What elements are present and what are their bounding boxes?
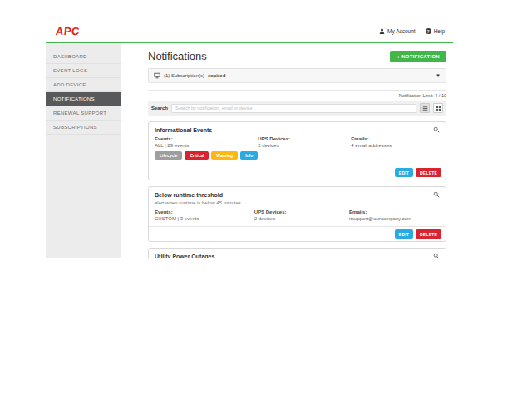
device-monitor-icon: [154, 72, 160, 79]
emails-value: itsupport@ourcompany.com: [349, 216, 440, 221]
devices-value: 2 devices: [258, 143, 351, 148]
card-header: Informational Events: [149, 122, 446, 135]
top-header: APC My Account ? Help: [46, 21, 453, 43]
app-body: DASHBOARD EVENT LOGS ADD DEVICE NOTIFICA…: [46, 43, 453, 258]
app-window: APC My Account ? Help DASHBOARD EVENT: [46, 21, 453, 259]
add-notification-button[interactable]: + NOTIFICATION: [390, 51, 446, 62]
delete-button[interactable]: DELETE: [416, 168, 441, 177]
search-magnifier-icon[interactable]: [433, 253, 440, 258]
apc-logo: APC: [55, 25, 81, 37]
card-title: Utility Power Outages: [155, 254, 214, 259]
chevron-down-icon[interactable]: ▼: [436, 73, 441, 78]
emails-label: Emails:: [351, 136, 440, 141]
sidebar-item-event-logs[interactable]: EVENT LOGS: [46, 64, 121, 78]
card-title: Below runtime threshold: [155, 192, 223, 198]
events-column: Events: ALL | 29 events Lifecycle Critic…: [155, 136, 258, 160]
devices-column: UPS Devices: 2 devices: [254, 209, 349, 221]
list-view-button[interactable]: [420, 103, 430, 113]
screenshot-canvas: APC My Account ? Help DASHBOARD EVENT: [0, 0, 532, 399]
card-header: Below runtime threshold: [149, 187, 446, 200]
events-value: ALL | 29 events: [155, 143, 258, 148]
severity-badges: Lifecycle Critical Warning Info: [155, 151, 258, 160]
devices-column: UPS Devices: 2 devices: [258, 136, 351, 160]
edit-button[interactable]: EDIT: [395, 229, 413, 239]
list-view-icon: [422, 106, 428, 111]
banner-text: (1) Subscription(s): [164, 73, 204, 78]
help-link[interactable]: ? Help: [426, 28, 445, 34]
card-header: Utility Power Outages: [149, 249, 446, 258]
notification-card-informational-events: Informational Events Events: ALL | 29 ev…: [148, 121, 446, 180]
delete-button[interactable]: DELETE: [416, 229, 441, 239]
events-value: CUSTOM | 3 events: [155, 216, 254, 221]
my-account-link[interactable]: My Account: [379, 28, 416, 34]
events-column: Events: CUSTOM | 3 events: [155, 209, 254, 221]
subscription-expired-banner[interactable]: (1) Subscription(s) expired ▼: [148, 68, 446, 83]
devices-label: UPS Devices:: [258, 136, 351, 141]
title-row: Notifications + NOTIFICATION: [148, 50, 446, 62]
help-icon: ?: [426, 28, 431, 34]
page-title: Notifications: [148, 50, 207, 62]
main-content: Notifications + NOTIFICATION (1) Subscri…: [121, 43, 453, 258]
banner-bold-word: expired: [208, 73, 225, 78]
emails-column: Emails: itsupport@ourcompany.com: [349, 209, 440, 221]
card-actions: EDIT DELETE: [149, 226, 446, 241]
search-magnifier-icon[interactable]: [433, 126, 440, 133]
sidebar-item-subscriptions[interactable]: SUBSCRIPTIONS: [46, 121, 121, 135]
emails-label: Emails:: [349, 209, 440, 214]
search-input[interactable]: [171, 104, 416, 113]
sidebar-item-add-device[interactable]: ADD DEVICE: [46, 78, 121, 92]
card-columns: Events: CUSTOM | 3 events UPS Devices: 2…: [149, 209, 446, 226]
badge-info: Info: [240, 151, 258, 160]
sidebar-item-renewal-support[interactable]: RENEWAL SUPPORT: [46, 106, 121, 121]
my-account-label: My Account: [387, 28, 416, 34]
events-label: Events:: [155, 209, 254, 214]
sidebar-nav: DASHBOARD EVENT LOGS ADD DEVICE NOTIFICA…: [46, 43, 121, 258]
search-label: Search: [151, 106, 168, 111]
grid-view-button[interactable]: [433, 103, 443, 113]
header-actions: My Account ? Help: [379, 28, 445, 34]
badge-warning: Warning: [211, 151, 238, 160]
events-label: Events:: [155, 136, 258, 141]
search-bar: Search: [148, 101, 446, 116]
sidebar-item-notifications[interactable]: NOTIFICATIONS: [46, 92, 121, 106]
notification-card-utility-power-outages: Utility Power Outages Utility Power Out …: [148, 248, 446, 258]
notification-card-below-runtime-threshold: Below runtime threshold alert when runti…: [148, 186, 446, 242]
notification-limit-text: Notification Limit: 4 / 10: [148, 90, 446, 98]
help-label: Help: [434, 28, 445, 34]
user-icon: [379, 28, 385, 34]
card-subtitle: alert when runtime is below 45 minutes: [149, 200, 446, 209]
search-magnifier-icon[interactable]: [433, 191, 440, 198]
card-columns: Events: ALL | 29 events Lifecycle Critic…: [149, 135, 446, 165]
emails-column: Emails: 4 email addresses: [351, 136, 440, 160]
card-actions: EDIT DELETE: [149, 165, 446, 180]
card-title: Informational Events: [155, 127, 212, 133]
edit-button[interactable]: EDIT: [395, 168, 413, 177]
devices-value: 2 devices: [254, 216, 349, 221]
sidebar-item-dashboard[interactable]: DASHBOARD: [46, 50, 121, 64]
devices-label: UPS Devices:: [254, 209, 349, 214]
badge-critical: Critical: [185, 151, 209, 160]
emails-value: 4 email addresses: [351, 143, 440, 148]
grid-view-icon: [436, 106, 441, 111]
badge-lifecycle: Lifecycle: [155, 151, 182, 160]
